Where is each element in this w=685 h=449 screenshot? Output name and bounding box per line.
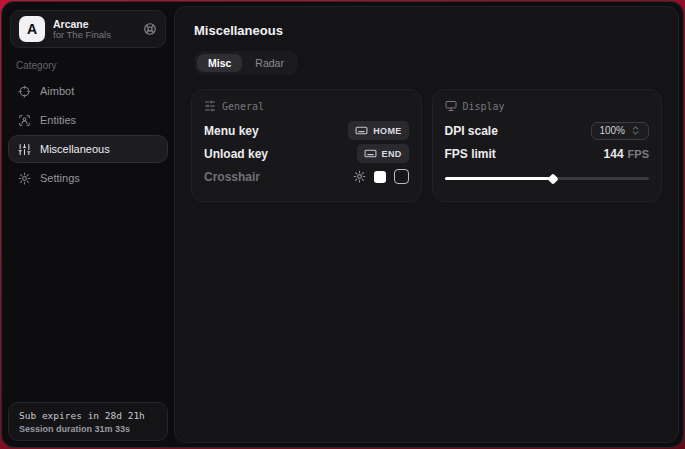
dpi-scale-select[interactable]: 100% bbox=[591, 122, 649, 140]
sidebar-item-entities[interactable]: Entities bbox=[8, 106, 168, 134]
fps-limit-label: FPS limit bbox=[445, 147, 496, 161]
keyboard-icon bbox=[355, 124, 368, 137]
sidebar-item-miscellaneous[interactable]: Miscellaneous bbox=[8, 135, 168, 163]
sidebar: A Arcane for The Finals Category bbox=[2, 2, 174, 447]
sidebar-item-aimbot[interactable]: Aimbot bbox=[8, 77, 168, 105]
general-card: General Menu key HOME Unload key bbox=[191, 89, 422, 202]
scan-icon bbox=[18, 114, 31, 127]
tab-bar: Misc Radar bbox=[194, 51, 298, 75]
sidebar-item-label: Miscellaneous bbox=[40, 143, 110, 155]
chevrons-up-down-icon bbox=[630, 125, 641, 136]
sidebar-item-label: Settings bbox=[40, 172, 80, 184]
sidebar-item-label: Entities bbox=[40, 114, 76, 126]
main-panel: Miscellaneous Misc Radar General Menu ke… bbox=[174, 6, 679, 443]
sub-expires-text: Sub expires in 28d 21h bbox=[19, 410, 157, 421]
general-card-header: General bbox=[204, 100, 409, 112]
fps-limit-value: 144 FPS bbox=[604, 147, 649, 161]
tab-radar[interactable]: Radar bbox=[244, 54, 295, 72]
gear-icon bbox=[18, 172, 31, 185]
cards-row: General Menu key HOME Unload key bbox=[191, 89, 662, 202]
card-title: Display bbox=[463, 101, 505, 112]
dpi-scale-row: DPI scale 100% bbox=[445, 119, 650, 142]
hotkey-value: END bbox=[382, 149, 402, 159]
crosshair-icon bbox=[18, 85, 31, 98]
gear-icon[interactable] bbox=[353, 170, 366, 183]
menu-key-label: Menu key bbox=[204, 124, 259, 138]
app-subtitle: for The Finals bbox=[53, 30, 135, 41]
dpi-scale-label: DPI scale bbox=[445, 124, 498, 138]
unload-key-hotkey-button[interactable]: END bbox=[357, 144, 409, 163]
monitor-icon bbox=[445, 100, 457, 112]
keyboard-icon bbox=[364, 147, 377, 160]
sliders-icon bbox=[18, 143, 31, 156]
brand-text: Arcane for The Finals bbox=[53, 18, 135, 41]
app-logo: A bbox=[19, 16, 45, 42]
lifebuoy-icon[interactable] bbox=[143, 22, 157, 36]
app-window: A Arcane for The Finals Category bbox=[1, 1, 684, 448]
dpi-scale-value: 100% bbox=[599, 125, 625, 136]
display-card-header: Display bbox=[445, 100, 650, 112]
fps-limit-slider[interactable] bbox=[445, 174, 650, 183]
sliders-icon bbox=[204, 100, 216, 112]
sidebar-item-settings[interactable]: Settings bbox=[8, 164, 168, 192]
crosshair-controls bbox=[353, 169, 409, 184]
tab-misc[interactable]: Misc bbox=[197, 54, 242, 72]
hotkey-value: HOME bbox=[373, 126, 401, 136]
crosshair-label: Crosshair bbox=[204, 170, 260, 184]
menu-key-hotkey-button[interactable]: HOME bbox=[348, 121, 408, 140]
fps-number: 144 bbox=[604, 147, 624, 161]
menu-key-row: Menu key HOME bbox=[204, 119, 409, 142]
app-title: Arcane bbox=[53, 18, 135, 30]
unload-key-label: Unload key bbox=[204, 147, 268, 161]
slider-fill bbox=[445, 177, 553, 180]
card-title: General bbox=[222, 101, 264, 112]
display-card: Display DPI scale 100% FPS limit bbox=[432, 89, 663, 202]
fps-limit-row: FPS limit 144 FPS bbox=[445, 142, 650, 165]
slider-thumb[interactable] bbox=[547, 173, 558, 184]
sidebar-nav: Aimbot Entities Miscellaneous bbox=[2, 77, 174, 192]
sidebar-item-label: Aimbot bbox=[40, 85, 74, 97]
brand-card: A Arcane for The Finals bbox=[10, 10, 166, 48]
unload-key-row: Unload key END bbox=[204, 142, 409, 165]
session-duration-text: Session duration 31m 33s bbox=[19, 424, 157, 434]
page-title: Miscellaneous bbox=[194, 23, 662, 38]
crosshair-row: Crosshair bbox=[204, 165, 409, 188]
fps-unit: FPS bbox=[628, 148, 649, 160]
crosshair-color-swatch[interactable] bbox=[374, 171, 386, 183]
crosshair-checkbox[interactable] bbox=[394, 169, 409, 184]
subscription-card: Sub expires in 28d 21h Session duration … bbox=[8, 402, 168, 441]
category-label: Category bbox=[16, 60, 174, 71]
